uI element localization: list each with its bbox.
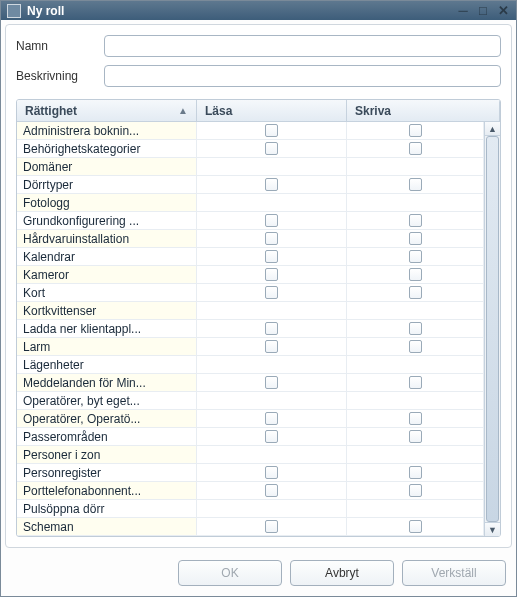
table-row[interactable]: Porttelefonabonnent... [17,482,484,500]
table-row[interactable]: Pulsöppna dörr [17,500,484,518]
scroll-down-icon[interactable]: ▼ [485,522,500,536]
read-checkbox[interactable] [265,430,278,443]
scroll-track[interactable] [485,136,500,522]
apply-button[interactable]: Verkställ [402,560,506,586]
cell-rattighet: Fotologg [17,194,197,211]
table-row[interactable]: Dörrtyper [17,176,484,194]
cell-rattighet: Lägenheter [17,356,197,373]
read-checkbox[interactable] [265,520,278,533]
cell-rattighet: Grundkonfigurering ... [17,212,197,229]
cell-rattighet: Porttelefonabonnent... [17,482,197,499]
write-checkbox[interactable] [409,232,422,245]
table-row[interactable]: Kameror [17,266,484,284]
read-checkbox[interactable] [265,484,278,497]
name-input[interactable] [104,35,501,57]
cell-lasa [197,320,347,337]
write-checkbox[interactable] [409,214,422,227]
read-checkbox[interactable] [265,268,278,281]
column-label: Rättighet [25,104,77,118]
table-row[interactable]: Hårdvaruinstallation [17,230,484,248]
table-row[interactable]: Administrera boknin... [17,122,484,140]
cell-lasa [197,302,347,319]
read-checkbox[interactable] [265,322,278,335]
read-checkbox[interactable] [265,214,278,227]
write-checkbox[interactable] [409,124,422,137]
write-checkbox[interactable] [409,340,422,353]
table-row[interactable]: Larm [17,338,484,356]
cell-skriva [347,428,484,445]
table-row[interactable]: Kort [17,284,484,302]
read-checkbox[interactable] [265,142,278,155]
cell-rattighet: Behörighetskategorier [17,140,197,157]
read-checkbox[interactable] [265,412,278,425]
column-header-rattighet[interactable]: Rättighet ▲ [17,100,197,121]
column-header-lasa[interactable]: Läsa [197,100,347,121]
read-checkbox[interactable] [265,340,278,353]
close-button[interactable]: ✕ [494,3,512,19]
cell-skriva [347,248,484,265]
cell-lasa [197,446,347,463]
read-checkbox[interactable] [265,466,278,479]
cell-lasa [197,482,347,499]
cell-lasa [197,428,347,445]
cell-lasa [197,374,347,391]
write-checkbox[interactable] [409,484,422,497]
table-row[interactable]: Passerområden [17,428,484,446]
table-row[interactable]: Kalendrar [17,248,484,266]
cell-lasa [197,212,347,229]
cell-lasa [197,158,347,175]
cell-skriva [347,464,484,481]
cell-lasa [197,122,347,139]
write-checkbox[interactable] [409,250,422,263]
write-checkbox[interactable] [409,322,422,335]
write-checkbox[interactable] [409,520,422,533]
write-checkbox[interactable] [409,178,422,191]
ok-button[interactable]: OK [178,560,282,586]
table-row[interactable]: Personregister [17,464,484,482]
cell-skriva [347,212,484,229]
minimize-button[interactable]: ─ [454,3,472,19]
cell-lasa [197,284,347,301]
table-row[interactable]: Behörighetskategorier [17,140,484,158]
read-checkbox[interactable] [265,376,278,389]
cell-skriva [347,266,484,283]
write-checkbox[interactable] [409,286,422,299]
read-checkbox[interactable] [265,250,278,263]
read-checkbox[interactable] [265,286,278,299]
table-row[interactable]: Personer i zon [17,446,484,464]
scroll-thumb[interactable] [486,136,499,522]
cell-lasa [197,140,347,157]
read-checkbox[interactable] [265,232,278,245]
maximize-button[interactable]: □ [474,3,492,19]
button-label: Verkställ [431,566,476,580]
grid-body: Administrera boknin...Behörighetskategor… [17,122,500,536]
write-checkbox[interactable] [409,142,422,155]
write-checkbox[interactable] [409,376,422,389]
write-checkbox[interactable] [409,430,422,443]
table-row[interactable]: Operatörer, byt eget... [17,392,484,410]
cell-skriva [347,194,484,211]
read-checkbox[interactable] [265,124,278,137]
write-checkbox[interactable] [409,412,422,425]
table-row[interactable]: Meddelanden för Min... [17,374,484,392]
table-row[interactable]: Ladda ner klientappl... [17,320,484,338]
table-row[interactable]: Kortkvittenser [17,302,484,320]
cell-lasa [197,266,347,283]
cell-skriva [347,482,484,499]
cancel-button[interactable]: Avbryt [290,560,394,586]
write-checkbox[interactable] [409,466,422,479]
table-row[interactable]: Lägenheter [17,356,484,374]
dialog-window: Ny roll ─ □ ✕ Namn Beskrivning Rättighet… [0,0,517,597]
table-row[interactable]: Operatörer, Operatö... [17,410,484,428]
table-row[interactable]: Scheman [17,518,484,536]
vertical-scrollbar[interactable]: ▲ ▼ [484,122,500,536]
table-row[interactable]: Fotologg [17,194,484,212]
description-input[interactable] [104,65,501,87]
read-checkbox[interactable] [265,178,278,191]
table-row[interactable]: Grundkonfigurering ... [17,212,484,230]
column-header-skriva[interactable]: Skriva [347,100,500,121]
scroll-up-icon[interactable]: ▲ [485,122,500,136]
table-row[interactable]: Domäner [17,158,484,176]
write-checkbox[interactable] [409,268,422,281]
titlebar[interactable]: Ny roll ─ □ ✕ [1,1,516,20]
